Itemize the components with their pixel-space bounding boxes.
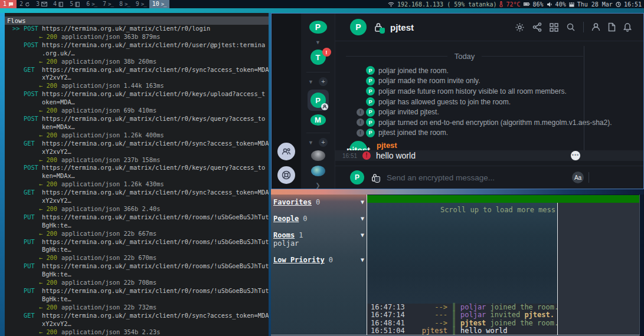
flow-row[interactable]: GEThttps://termina.org.uk/_matrix/client… (5, 189, 269, 197)
files-icon[interactable] (608, 22, 616, 32)
add-room-button[interactable]: + (319, 77, 328, 86)
expand-panel-icon[interactable]: ❯ (315, 182, 320, 189)
timeline-event[interactable]: !Ppoljar made the room invite only. (335, 76, 643, 87)
people-icon (282, 147, 291, 156)
message-row[interactable]: 16:51 ! hello world ••• (335, 150, 643, 161)
encryption-lock-icon (374, 22, 383, 32)
workspace-4[interactable]: 4 (50, 0, 67, 8)
response-meta: application/json 363b 879ms (61, 33, 160, 40)
event-text: poljar has allowed guests to join the ro… (378, 98, 511, 106)
flow-row[interactable]: POSThttps://termina.org.uk/_matrix/clien… (5, 90, 269, 98)
flow-row[interactable]: >>POSThttps://termina.org.uk/_matrix/cli… (5, 25, 269, 33)
flow-row[interactable]: POSThttps://termina.org.uk/_matrix/clien… (5, 115, 269, 123)
workspace-10[interactable]: 10>_ (149, 0, 169, 8)
flow-row[interactable]: PUThttps://termina.org.uk/_matrix/client… (5, 213, 269, 222)
response-row: ← 200application/json 22b 732ms (5, 304, 269, 312)
timeline-event[interactable]: !Ppoljar joined the room. (335, 65, 643, 76)
column-divider: ║ (447, 319, 460, 327)
room-avatar-image[interactable] (311, 150, 325, 161)
wifi-icon (388, 2, 394, 7)
status-code: ← 200 (39, 205, 57, 212)
request-url: https://termina.org.uk/_matrix/client/r0… (42, 164, 265, 171)
chevron-down-icon[interactable]: ▼ (308, 140, 313, 146)
add-room-button[interactable]: + (319, 138, 328, 147)
workspace-1[interactable]: 1 (0, 0, 17, 8)
workspace-6[interactable]: 6>_ (83, 0, 100, 8)
gomuks-message-view[interactable]: Scroll up to load more mess 16:47:13-->║… (367, 203, 557, 335)
collapse-arrow-icon[interactable]: ▼ (361, 198, 364, 206)
event-list: !Ppoljar joined the room. !Ppoljar made … (335, 65, 643, 138)
apps-grid-icon[interactable] (550, 23, 558, 32)
flow-row[interactable]: PUThttps://termina.org.uk/_matrix/client… (5, 238, 269, 246)
notifications-icon[interactable] (623, 22, 632, 32)
status-code: ← 200 (39, 304, 57, 311)
request-url-continuation: ken=MDAx… (5, 123, 269, 131)
sender-name[interactable]: pjtest (377, 141, 643, 150)
collapse-arrow-icon[interactable]: ▼ (361, 256, 364, 264)
message-timeline[interactable]: Today !Ppoljar joined the room. !Ppoljar… (335, 41, 643, 166)
element-window: P ▼ T ! ▼+ P M ▼+ ❯ P pjtest (271, 13, 644, 189)
share-icon[interactable] (532, 22, 542, 32)
timeline-event[interactable]: !Ppjtest joined the room. (335, 128, 643, 139)
divider (306, 133, 330, 133)
workspace-9[interactable]: 9>_ (133, 0, 149, 8)
workspace-3[interactable]: 3 (33, 0, 50, 8)
status-code: ← 200 (39, 33, 57, 40)
settings-icon[interactable] (515, 22, 525, 32)
speaker-icon (547, 2, 553, 7)
http-method: POST (24, 164, 42, 172)
room-view: P pjtest Today (335, 14, 643, 189)
room-list-item[interactable]: poljar (273, 239, 364, 248)
room-avatar-image[interactable] (311, 166, 325, 176)
http-method: PUT (24, 287, 42, 295)
flow-row[interactable]: PUThttps://termina.org.uk/_matrix/client… (5, 262, 269, 271)
timeline-event[interactable]: !Ppoljar invited pjtest. (335, 107, 643, 117)
members-button[interactable] (277, 143, 295, 160)
response-row: ← 200application/json 69b 410ms (5, 107, 269, 115)
room-header: P pjtest (335, 14, 643, 41)
workspace-5[interactable]: 5 (67, 0, 83, 8)
section-low-priority[interactable]: Low Priority0▼ (273, 256, 364, 264)
message-row[interactable]: 16:48:41-->║pjtest joined the room. (367, 319, 557, 327)
flow-row[interactable]: PUThttps://termina.org.uk/_matrix/client… (5, 287, 269, 295)
chevron-down-icon[interactable]: ▼ (308, 79, 313, 85)
search-icon[interactable] (566, 22, 576, 32)
workspace-8[interactable]: 8>_ (116, 0, 133, 8)
collapse-arrow-icon[interactable]: ▼ (361, 215, 364, 223)
section-people[interactable]: People0▼ (273, 215, 364, 223)
terminal-icon: >_ (125, 1, 130, 7)
terminal-icon: >_ (161, 1, 166, 7)
timeline-event[interactable]: !Ppoljar made future room history visibl… (335, 86, 643, 97)
request-url-continuation: xY2xvY2… (5, 320, 269, 328)
user-avatar[interactable]: P (309, 21, 327, 34)
workspace-2[interactable]: 2 (17, 0, 33, 8)
message-input[interactable] (385, 173, 535, 183)
help-button[interactable] (277, 166, 295, 184)
timeline-event[interactable]: !Ppoljar turned on end-to-end encryption… (335, 117, 643, 128)
composer-lock-icon (371, 173, 378, 182)
section-favorites[interactable]: Favorites0▼ (273, 198, 364, 206)
gomuks-room-list: Favorites0▼ People0▼ Rooms1▼ poljar Low … (271, 195, 367, 335)
workspace-7[interactable]: 7>_ (100, 0, 116, 8)
flow-row[interactable]: GEThttps://termina.org.uk/_matrix/client… (5, 66, 269, 74)
message-row[interactable]: 16:47:14---║poljar invited pjtest. (367, 311, 557, 319)
flow-row[interactable]: GEThttps://termina.org.uk/_matrix/client… (5, 140, 269, 148)
message-options-button[interactable]: ••• (571, 151, 580, 160)
flow-row[interactable]: GEThttps://termina.org.uk/_matrix/client… (5, 312, 269, 320)
event-text: poljar made the room invite only. (378, 77, 480, 85)
room-avatar-m[interactable]: M (310, 114, 326, 126)
message-row[interactable]: 16:51:04pjtest║hello world (367, 327, 557, 335)
selected-room[interactable]: P (308, 90, 329, 111)
flow-row[interactable]: POSThttps://termina.org.uk/_matrix/clien… (5, 41, 269, 50)
timeline-event[interactable]: !Ppoljar has allowed guests to join the … (335, 97, 643, 107)
request-url-continuation: BgHk:te… (5, 295, 269, 304)
flow-row[interactable]: POSThttps://termina.org.uk/_matrix/clien… (5, 164, 269, 172)
collapse-arrow-icon[interactable]: ▼ (361, 231, 364, 239)
members-icon[interactable] (591, 22, 600, 32)
formatting-button[interactable]: Aa (572, 172, 584, 183)
room-avatar[interactable]: P (350, 19, 367, 35)
chevron-down-icon[interactable]: ▼ (315, 39, 321, 45)
member-badge-icon (321, 103, 328, 110)
flow-list[interactable]: >>POSThttps://termina.org.uk/_matrix/cli… (5, 25, 269, 336)
section-rooms[interactable]: Rooms1▼ (273, 231, 364, 239)
